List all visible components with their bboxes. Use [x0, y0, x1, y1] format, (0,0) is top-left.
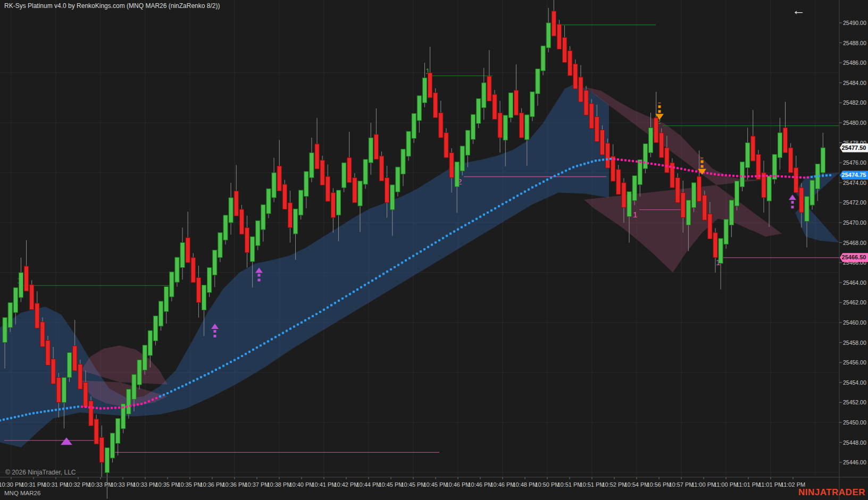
ma-dot: [245, 353, 247, 355]
ma-dot: [513, 197, 515, 199]
ma-dot: [758, 175, 761, 177]
ma-dot: [606, 158, 608, 160]
ma-dot: [312, 315, 314, 317]
ma-dot: [252, 349, 254, 351]
ma-dot: [431, 244, 433, 246]
renko-brick-up: [691, 183, 696, 208]
ma-dot: [47, 410, 49, 412]
ma-dot: [461, 226, 463, 228]
ma-dot: [289, 328, 291, 330]
ma-dot: [315, 313, 318, 315]
time-tick-label: 11:00 PM: [714, 481, 738, 488]
ma-dot: [126, 405, 128, 408]
renko-brick-down: [444, 133, 448, 158]
renko-brick-up: [164, 286, 169, 311]
price-tick-label: 25454.00: [843, 379, 866, 386]
ma-dot: [293, 326, 295, 328]
price-tick-label: 25482.00: [843, 99, 866, 106]
ma-dot: [166, 392, 169, 394]
ma-dot: [818, 175, 820, 177]
renko-brick-up: [170, 272, 174, 297]
ma-dot: [368, 282, 370, 284]
ma-dot: [677, 167, 679, 169]
ma-dot: [274, 336, 277, 338]
ma-dot: [356, 289, 358, 291]
ma-dot: [338, 300, 340, 302]
ma-dot: [6, 418, 9, 420]
buy-triangle-signal: [61, 437, 72, 445]
renko-brick-up: [158, 301, 163, 326]
ma-dot: [669, 166, 671, 168]
ma-dot: [487, 211, 489, 214]
ma-dot: [36, 411, 38, 413]
ma-dot: [96, 407, 98, 409]
ma-dot: [152, 399, 154, 401]
ma-dot: [59, 408, 61, 410]
renko-brick-up: [293, 209, 297, 234]
renko-brick-up: [719, 239, 723, 264]
ma-dot: [814, 175, 816, 177]
renko-brick-down: [379, 156, 383, 181]
ma-dot: [88, 406, 90, 409]
ma-dot: [170, 391, 172, 393]
ma-dot: [788, 176, 790, 178]
renko-brick-up: [767, 176, 771, 201]
ma-dot: [0, 419, 1, 421]
ma-dot: [304, 319, 306, 321]
ma-dot: [77, 405, 79, 408]
renko-brick-up: [536, 69, 540, 94]
renko-brick-down: [789, 148, 793, 173]
renko-brick-down: [347, 158, 352, 183]
renko-brick-down: [552, 11, 556, 36]
ninjatrader-logo: NINJATRADER: [798, 487, 865, 498]
time-tick-label: 11:01 PM: [758, 481, 783, 488]
chart-plot[interactable]: 1112121125490.0025488.0025486.0025484.00…: [0, 0, 868, 500]
ma-dot: [32, 412, 35, 414]
renko-brick-up: [137, 360, 141, 385]
ma-dot: [282, 332, 284, 334]
price-tick-label: 25474.00: [843, 180, 866, 186]
ma-dot: [85, 406, 87, 408]
renko-brick-up: [299, 190, 303, 215]
ma-dot: [189, 382, 191, 384]
ma-dot: [550, 176, 552, 179]
ma-dot: [159, 395, 161, 397]
ma-dot: [14, 416, 16, 418]
ma-dot: [569, 168, 571, 170]
time-tick-label: 10:42 PM: [333, 481, 358, 488]
time-tick-label: 10:37 PM: [244, 481, 269, 488]
renko-brick-up: [686, 200, 690, 225]
ma-dot: [200, 376, 202, 378]
ma-dot: [163, 394, 165, 396]
ma-dot: [751, 175, 753, 177]
price-tick-label: 25452.00: [843, 399, 866, 405]
ma-dot: [636, 160, 638, 163]
ma-dot: [442, 237, 444, 239]
renko-brick-up: [19, 273, 23, 298]
ma-dot: [215, 369, 217, 371]
time-tick-label: 10:31 PM: [21, 481, 46, 488]
ma-dot: [390, 268, 392, 270]
ma-dot: [684, 168, 686, 171]
ma-dot: [799, 176, 802, 179]
renko-brick-up: [390, 185, 395, 210]
ma-dot: [25, 413, 27, 416]
back-arrow-icon[interactable]: ←: [792, 3, 805, 17]
time-tick-label: 10:57 PM: [669, 481, 694, 488]
ma-dot: [647, 162, 649, 164]
ma-dot: [386, 270, 388, 273]
ma-value-marker: 25474.75: [840, 171, 868, 180]
ma-dot: [650, 163, 653, 165]
ma-dot: [256, 346, 258, 349]
ma-dot: [453, 230, 455, 232]
ma-dot: [658, 164, 660, 166]
ma-dot: [557, 173, 560, 175]
renko-brick-up: [778, 133, 782, 158]
ma-dot: [360, 286, 362, 289]
renko-brick-down: [605, 143, 610, 168]
renko-brick-down: [374, 134, 378, 159]
renko-brick-up: [62, 377, 66, 402]
ma-dot: [181, 385, 183, 387]
ma-dot: [92, 406, 94, 409]
renko-brick-down: [56, 377, 61, 402]
